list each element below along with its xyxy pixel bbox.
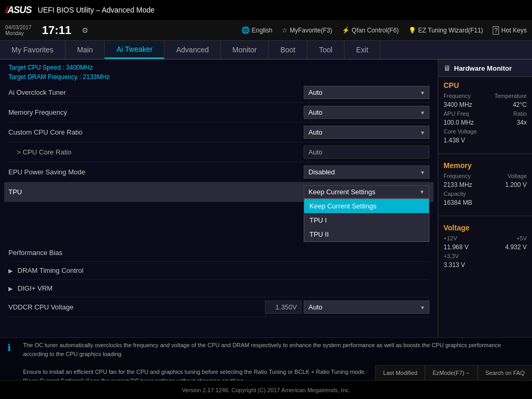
volt-33v-value: 3.313 V: [444, 261, 465, 269]
qfan-control-button[interactable]: ⚡ Qfan Control(F6): [342, 27, 399, 34]
volt-33v-value-row: 3.313 V: [444, 261, 527, 269]
cpu-freq-temp-values: 3400 MHz 42°C: [444, 101, 527, 108]
volt-5v-value: 4.932 V: [505, 243, 527, 251]
expand-dram-icon: ▶: [8, 268, 13, 274]
cpu-core-voltage-row: Core Voltage: [444, 128, 527, 135]
memory-voltage-divider: [438, 216, 532, 216]
tpu-current-value: Keep Current Settings: [308, 188, 419, 196]
dram-timing-row: ▶ DRAM Timing Control: [8, 262, 429, 280]
volt-12v-5v-labels: +12V +5V: [444, 235, 527, 241]
custom-cpu-ratio-dropdown-wrapper: Auto ▼: [304, 126, 429, 139]
settings-gear-icon[interactable]: ⚙: [82, 26, 88, 35]
mem-freq-volt-values: 2133 MHz 1.200 V: [444, 181, 527, 189]
dram-timing-label: ▶ DRAM Timing Control: [8, 267, 429, 274]
mem-capacity-label: Capacity: [444, 191, 466, 197]
mem-freq-volt-labels: Frequency Voltage: [444, 173, 527, 179]
tpu-option-tpu-i[interactable]: TPU I: [304, 213, 429, 227]
cpu-core-ratio-input: [304, 146, 429, 159]
mem-capacity-value: 16384 MB: [444, 199, 472, 206]
epu-dropdown-wrapper: Disabled ▼: [304, 165, 429, 179]
ez-mode-button[interactable]: EzMode(F7)→: [425, 365, 478, 380]
hotkeys-icon: ?: [493, 26, 500, 35]
epu-power-saving-dropdown[interactable]: Disabled: [304, 165, 429, 179]
cpu-section-title: CPU: [444, 81, 527, 90]
asus-logo: /ASUS: [5, 5, 31, 16]
bulb-icon: 💡: [408, 27, 416, 34]
cpu-apufreq-ratio-row: APU Freq Ratio: [444, 110, 527, 117]
info-text-line1: The OC tuner automatically overclocks th…: [23, 341, 525, 358]
nav-main[interactable]: Main: [65, 41, 105, 59]
apu-freq-label: APU Freq: [444, 110, 469, 117]
language-label: English: [252, 27, 272, 34]
nav-boot[interactable]: Boot: [269, 41, 307, 59]
main-navbar: My Favorites Main Ai Tweaker Advanced Mo…: [0, 41, 532, 60]
ai-overclock-dropdown[interactable]: Auto: [304, 86, 429, 99]
search-faq-button[interactable]: Search on FAQ: [478, 365, 532, 380]
nav-tool[interactable]: Tool: [307, 41, 345, 59]
language-selector[interactable]: 🌐 English: [241, 26, 272, 34]
nav-exit[interactable]: Exit: [345, 41, 380, 59]
ez-tuning-button[interactable]: 💡 EZ Tuning Wizard(F11): [408, 27, 483, 34]
nav-ai-tweaker[interactable]: Ai Tweaker: [105, 41, 164, 59]
tpu-dropdown-arrow-icon: ▼: [419, 189, 425, 195]
volt-12v-5v-values: 11.968 V 4.932 V: [444, 243, 527, 251]
tpu-option-tpu-ii[interactable]: TPU II: [304, 227, 429, 241]
star-icon: ☆: [282, 27, 287, 34]
core-voltage-label: Core Voltage: [444, 128, 477, 135]
cpu-temperature-value: 42°C: [513, 101, 527, 108]
custom-cpu-core-ratio-label: Custom CPU Core Ratio: [8, 128, 304, 136]
custom-cpu-core-ratio-row: Custom CPU Core Ratio Auto ▼: [8, 123, 429, 142]
tpu-label: TPU: [8, 188, 304, 196]
hot-keys-button[interactable]: ? Hot Keys: [493, 26, 527, 35]
bios-title: UEFI BIOS Utility – Advanced Mode: [38, 6, 527, 14]
ai-overclock-dropdown-wrapper: Auto ▼: [304, 86, 429, 99]
mem-capacity-value-row: 16384 MB: [444, 199, 527, 206]
digi-vrm-row: ▶ DIGI+ VRM: [8, 280, 429, 297]
last-modified-label: Last Modified: [383, 370, 417, 376]
my-favorite-button[interactable]: ☆ MyFavorite(F3): [282, 27, 332, 34]
epu-power-saving-row: EPU Power Saving Mode Disabled ▼: [8, 162, 429, 182]
cpu-core-voltage-value-row: 1.438 V: [444, 137, 527, 144]
settings-panel: Target CPU Speed : 3400MHz Target DRAM F…: [0, 60, 438, 337]
tpu-option-keep-current[interactable]: Keep Current Settings: [304, 199, 429, 213]
last-modified-button[interactable]: Last Modified: [375, 365, 425, 380]
cpu-temperature-label: Temperature: [494, 93, 527, 99]
custom-cpu-core-ratio-dropdown[interactable]: Auto: [304, 126, 429, 139]
date-display: 04/03/2017Monday: [5, 25, 31, 36]
cpu-ratio-value: 34x: [517, 119, 527, 126]
nav-my-favorites[interactable]: My Favorites: [0, 41, 65, 59]
cpu-core-ratio-label: > CPU Core Ratio: [8, 148, 304, 156]
fan-icon: ⚡: [342, 27, 350, 34]
voltage-section: Voltage +12V +5V 11.968 V 4.932 V +3.3V …: [438, 219, 532, 275]
vddcr-voltage-dropdown[interactable]: Auto: [304, 301, 429, 314]
performance-bias-label: Performance Bias: [8, 249, 429, 257]
nav-advanced[interactable]: Advanced: [164, 41, 220, 59]
volt-12v-label: +12V: [444, 235, 457, 241]
vddcr-dropdown-wrapper: Auto ▼: [304, 301, 429, 314]
performance-bias-row: Performance Bias: [8, 244, 429, 262]
monitor-display-icon: 🖥: [444, 64, 451, 72]
cpu-freq-temp-row: Frequency Temperature: [444, 93, 527, 99]
globe-icon: 🌐: [241, 26, 250, 34]
epu-power-saving-label: EPU Power Saving Mode: [8, 168, 304, 176]
voltage-section-title: Voltage: [444, 224, 527, 232]
memory-freq-dropdown-wrapper: Auto ▼: [304, 106, 429, 119]
my-favorite-label: MyFavorite(F3): [290, 27, 332, 34]
bottom-bar: Version 2.17.1246. Copyright (C) 2017 Am…: [0, 380, 532, 399]
cpu-apufreq-ratio-values: 100.0 MHz 34x: [444, 119, 527, 126]
cpu-frequency-value: 3400 MHz: [444, 101, 472, 108]
nav-monitor[interactable]: Monitor: [221, 41, 269, 59]
vddcr-voltage-input: [265, 301, 302, 314]
copyright-text: Version 2.17.1246. Copyright (C) 2017 Am…: [182, 387, 350, 393]
memory-frequency-dropdown[interactable]: Auto: [304, 106, 429, 119]
tpu-popup-menu: Keep Current Settings TPU I TPU II: [304, 198, 429, 242]
expand-digi-icon: ▶: [8, 285, 13, 292]
digi-vrm-label: ▶ DIGI+ VRM: [8, 284, 429, 292]
vddcr-voltage-controls: Auto ▼: [265, 301, 429, 314]
hardware-monitor-panel: 🖥 Hardware Monitor CPU Frequency Tempera…: [438, 60, 532, 337]
vddcr-voltage-label: VDDCR CPU Voltage: [8, 303, 265, 311]
cpu-memory-divider: [438, 153, 532, 154]
tpu-dropdown-trigger[interactable]: Keep Current Settings ▼: [304, 185, 429, 198]
core-voltage-value: 1.438 V: [444, 137, 465, 144]
tpu-row: TPU Keep Current Settings ▼ Keep Current…: [4, 182, 434, 202]
